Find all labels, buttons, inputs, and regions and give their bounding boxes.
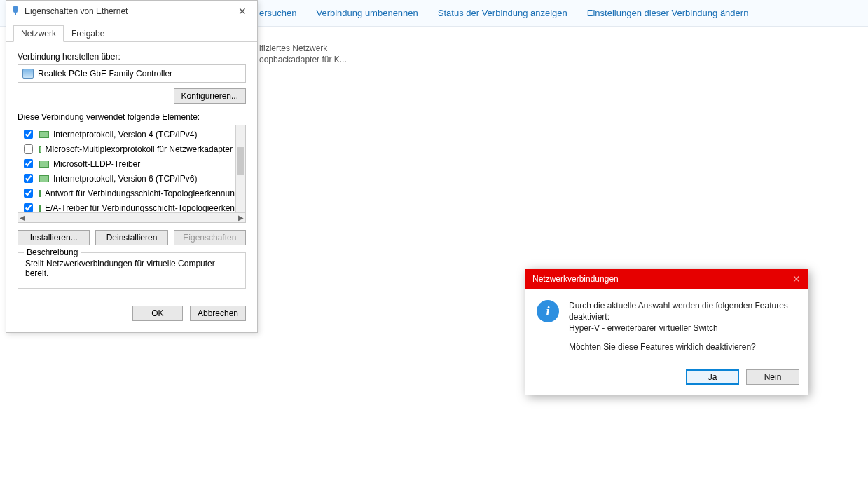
uninstall-button[interactable]: Deinstallieren [95,230,167,245]
item-checkbox[interactable] [24,130,33,139]
item-label: Internetprotokoll, Version 6 (TCP/IPv6) [53,174,197,184]
list-item[interactable]: Microsoft-Multiplexorprotokoll für Netzw… [20,142,234,156]
connect-using-label: Verbindung herstellen über: [18,52,246,62]
adapter-name: Realtek PCIe GbE Family Controller [38,69,172,79]
protocol-icon [39,175,49,182]
confirm-title: Netzwerkverbindungen [532,274,792,284]
confirm-text: Durch die aktuelle Auswahl werden die fo… [569,300,797,360]
svg-rect-0 [13,6,18,13]
item-label: E/A-Treiber für Verbindungsschicht-Topol… [45,203,235,213]
item-checkbox[interactable] [24,189,33,198]
ethernet-icon [11,5,20,18]
item-label: Internetprotokoll, Version 4 (TCP/IPv4) [53,130,197,139]
bg-network-label: ifiziertes Netzwerk [259,43,327,53]
ethernet-properties-dialog: Eigenschaften von Ethernet ✕ Netzwerk Fr… [6,0,258,333]
tab-strip: Netzwerk Freigabe [6,25,257,42]
list-item[interactable]: Internetprotokoll, Version 6 (TCP/IPv6) [20,171,234,186]
confirm-deactivate-dialog: Netzwerkverbindungen ✕ i Durch die aktue… [525,269,808,395]
protocol-icon [39,190,41,197]
cmd-show-status[interactable]: Status der Verbindung anzeigen [438,8,567,18]
info-icon: i [537,300,559,322]
vertical-scrollbar[interactable] [235,125,245,212]
confirm-button-row: Ja Nein [525,365,808,395]
dialog-titlebar[interactable]: Eigenschaften von Ethernet ✕ [6,1,257,22]
svg-rect-1 [15,13,16,15]
item-checkbox[interactable] [24,203,33,212]
item-checkbox[interactable] [24,144,33,154]
description-box: Beschreibung Stellt Netzwerkverbindungen… [18,252,246,289]
elements-label: Diese Verbindung verwendet folgende Elem… [18,112,246,122]
item-label: Antwort für Verbindungsschicht-Topologie… [45,189,235,198]
bg-adapter-label: oopbackadapter für K... [259,55,347,64]
configure-button[interactable]: Konfigurieren... [174,88,246,104]
description-text: Stellt Netzwerkverbindungen für virtuell… [25,259,238,278]
item-label: Microsoft-LLDP-Treiber [53,159,140,169]
protocol-icon [39,146,41,153]
description-legend: Beschreibung [24,247,81,257]
list-item[interactable]: Microsoft-LLDP-Treiber [20,156,234,171]
protocol-icon [39,205,41,212]
cmd-rename-connection[interactable]: Verbindung umbenennen [316,8,418,18]
install-button[interactable]: Installieren... [18,230,90,245]
ok-button[interactable]: OK [132,306,183,321]
connection-items-list: Internetprotokoll, Version 4 (TCP/IPv4)M… [18,125,246,223]
confirm-titlebar[interactable]: Netzwerkverbindungen ✕ [525,269,808,289]
tab-sharing[interactable]: Freigabe [64,25,112,42]
cmd-search[interactable]: ersuchen [259,8,296,18]
cmd-change-settings[interactable]: Einstellungen dieser Verbindung ändern [587,8,749,18]
list-item[interactable]: Internetprotokoll, Version 4 (TCP/IPv4) [20,127,234,142]
properties-button: Eigenschaften [174,230,246,245]
protocol-icon [39,161,49,168]
item-checkbox[interactable] [24,174,33,183]
close-icon[interactable]: ✕ [792,273,801,285]
dialog-button-row: OK Abbrechen [6,296,257,332]
nic-icon [22,69,34,79]
list-item[interactable]: E/A-Treiber für Verbindungsschicht-Topol… [20,200,234,212]
adapter-box[interactable]: Realtek PCIe GbE Family Controller [18,64,246,83]
yes-button[interactable]: Ja [686,369,739,385]
network-tab-panel: Verbindung herstellen über: Realtek PCIe… [6,42,257,296]
tab-network[interactable]: Netzwerk [13,25,64,42]
protocol-icon [39,131,49,138]
close-icon[interactable]: ✕ [232,6,253,17]
horizontal-scrollbar[interactable]: ◀▶ [18,212,245,222]
cancel-button[interactable]: Abbrechen [190,306,246,321]
item-label: Microsoft-Multiplexorprotokoll für Netzw… [46,144,233,154]
list-item[interactable]: Antwort für Verbindungsschicht-Topologie… [20,186,234,200]
dialog-title: Eigenschaften von Ethernet [25,6,232,16]
no-button[interactable]: Nein [746,369,799,385]
item-checkbox[interactable] [24,159,33,168]
